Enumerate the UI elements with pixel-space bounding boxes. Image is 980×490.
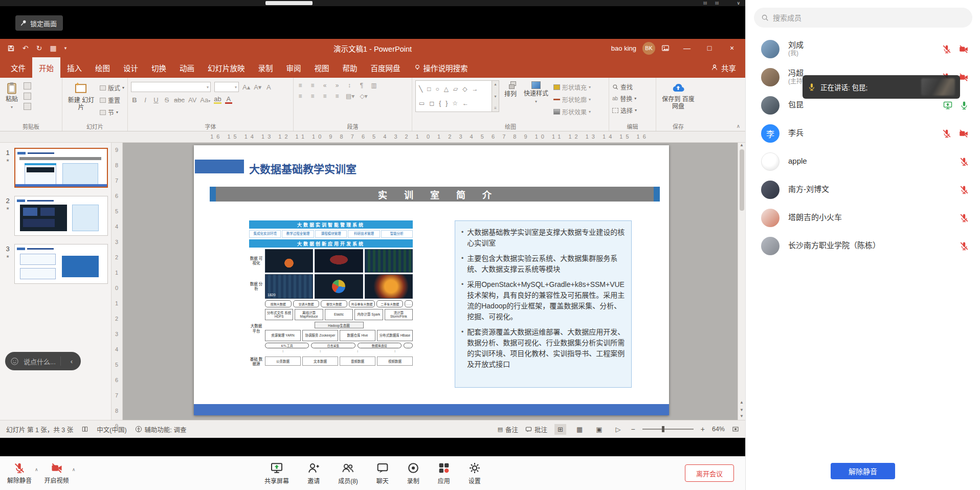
tab-file[interactable]: 文件: [4, 57, 32, 78]
replace-button[interactable]: ab 替换▾: [612, 94, 637, 103]
vertical-ruler[interactable]: 9 8 7 6 5 4 3 2 1 0 1 2 3 4 5 6 7 8 9: [112, 143, 123, 420]
shape-glyph-row[interactable]: ▭◻{}☆←: [419, 100, 488, 107]
reading-view-button[interactable]: ▣: [593, 424, 605, 435]
comments-button[interactable]: 批注: [525, 425, 547, 434]
font-name-combo[interactable]: ▾: [131, 82, 211, 92]
member-row[interactable]: 李 李兵: [746, 119, 980, 147]
account-avatar[interactable]: BK: [642, 42, 655, 55]
tab-animations[interactable]: 动画: [173, 57, 201, 78]
slide[interactable]: 大数据基础教学实训室 实 训 室 简 介 大数据实训智能管理系统 集成化实训环境…: [194, 145, 669, 415]
bold-button[interactable]: B: [131, 96, 138, 104]
slide-counter[interactable]: 幻灯片 第 1 张，共 3 张: [6, 425, 73, 434]
align-left-button[interactable]: ≡: [297, 93, 304, 100]
shape-outline-button[interactable]: 形状轮廓▾: [553, 95, 591, 104]
member-row[interactable]: 塔朗吉的小火车: [746, 204, 980, 232]
members-button[interactable]: 成员(8): [338, 462, 358, 485]
customize-qat-icon[interactable]: ▾: [64, 46, 67, 51]
underline-button[interactable]: U: [152, 96, 160, 104]
line-spacing-button[interactable]: ↕: [346, 82, 353, 89]
shapes-gallery[interactable]: ╲□○△▱◇→ ▭◻{}☆←: [415, 80, 492, 112]
smartart-button[interactable]: ◇▾: [360, 93, 367, 100]
quick-chat-bubble[interactable]: 说点什么... ‹: [5, 352, 81, 370]
vertical-scrollbar[interactable]: ▲ ▲ ▼ ▼: [738, 143, 745, 420]
format-painter-icon[interactable]: [24, 103, 31, 110]
paste-button[interactable]: 粘贴 ▾: [3, 80, 20, 123]
next-slide-button[interactable]: ▼: [740, 408, 744, 412]
normal-view-button[interactable]: ⊞: [554, 424, 566, 435]
mic-off-icon[interactable]: [960, 157, 969, 166]
justify-button[interactable]: ≡: [333, 93, 341, 100]
notes-button[interactable]: ▤备注: [498, 425, 518, 434]
redo-icon[interactable]: ↻: [36, 44, 42, 52]
slide-bullet-box[interactable]: 大数据基础教学实训室是支撑大数据专业建设的核心实训室 主要包含大数据实验云系统、…: [455, 220, 632, 388]
chat-hint-text[interactable]: 说点什么...: [24, 357, 56, 366]
mic-off-icon[interactable]: [942, 129, 951, 138]
slide-thumbnail-3[interactable]: 3★: [1, 244, 108, 284]
thumbnail-image[interactable]: [14, 244, 108, 284]
scrollbar-thumb[interactable]: [740, 149, 744, 211]
apps-button[interactable]: 应用: [438, 462, 450, 485]
start-slideshow-icon[interactable]: ▦: [50, 44, 56, 52]
language-status[interactable]: 中文(中国): [97, 425, 126, 434]
tell-me-search[interactable]: 操作说明搜索: [407, 57, 475, 78]
topbar-icon[interactable]: ▤: [703, 0, 707, 6]
maximize-button[interactable]: □: [698, 39, 721, 57]
zoom-slider[interactable]: [642, 429, 694, 430]
tab-transitions[interactable]: 切换: [145, 57, 173, 78]
layout-button[interactable]: 版式▾: [100, 83, 124, 92]
ribbon-display-options-icon[interactable]: [661, 44, 670, 52]
tab-insert[interactable]: 插入: [60, 57, 88, 78]
panel-unmute-button[interactable]: 解除静音: [831, 463, 895, 479]
highlight-color-button[interactable]: ab: [214, 96, 221, 104]
tab-slideshow[interactable]: 幻灯片放映: [201, 57, 252, 78]
decrease-indent-button[interactable]: «: [321, 82, 328, 89]
architecture-diagram[interactable]: 大数据实训智能管理系统 集成化实训环境 教学过程全管理 课程模块管理 科研技术管…: [249, 220, 413, 383]
accessibility-status[interactable]: 辅助功能: 调查: [135, 425, 187, 434]
camera-off-icon[interactable]: [959, 73, 969, 82]
zoom-out-button[interactable]: −: [631, 425, 635, 433]
spellcheck-icon[interactable]: [81, 426, 88, 433]
numbering-button[interactable]: ≡: [309, 82, 316, 89]
mic-off-icon[interactable]: [960, 213, 969, 222]
settings-button[interactable]: 设置: [469, 462, 481, 485]
mic-on-icon[interactable]: [960, 101, 969, 110]
member-search-box[interactable]: [754, 8, 972, 28]
font-color-button[interactable]: A: [225, 96, 232, 104]
undo-icon[interactable]: ↶: [23, 44, 29, 52]
mic-off-icon[interactable]: [942, 44, 951, 54]
screen-sharing-icon[interactable]: [943, 101, 952, 110]
slide-thumbnail-1[interactable]: 1★: [1, 148, 108, 188]
slideshow-view-button[interactable]: ▷: [613, 424, 624, 435]
select-button[interactable]: 选择▾: [612, 106, 637, 115]
section-button[interactable]: 节▾: [100, 108, 124, 117]
close-button[interactable]: ×: [721, 39, 743, 57]
tab-help[interactable]: 帮助: [336, 57, 364, 78]
thumbnail-image[interactable]: [14, 148, 108, 188]
shrink-font-button[interactable]: A▾: [254, 83, 261, 91]
chat-button[interactable]: 聊天: [376, 462, 389, 485]
strikethrough-button[interactable]: abc: [174, 96, 185, 104]
member-row[interactable]: 南方-刘博文: [746, 175, 980, 204]
align-right-button[interactable]: ≡: [321, 93, 328, 100]
scroll-down-icon[interactable]: ▼: [740, 414, 744, 418]
zoom-in-button[interactable]: +: [701, 425, 705, 433]
copy-icon[interactable]: [24, 93, 31, 100]
mic-off-icon[interactable]: [960, 241, 969, 251]
slide-thumbnail-2[interactable]: 2★: [1, 196, 108, 236]
mic-options-chevron-icon[interactable]: ∧: [35, 467, 38, 472]
share-screen-button[interactable]: 共享屏幕: [264, 462, 289, 485]
tab-baidu-pan[interactable]: 百度网盘: [364, 57, 407, 78]
shape-effects-button[interactable]: 形状效果▾: [553, 107, 591, 116]
clear-format-button[interactable]: A: [265, 83, 272, 91]
font-size-combo[interactable]: ▾: [214, 82, 239, 92]
shadow-button[interactable]: S: [163, 96, 170, 104]
increase-indent-button[interactable]: »: [333, 82, 341, 89]
char-spacing-button[interactable]: AV: [188, 96, 196, 104]
member-row[interactable]: 刘成(我): [746, 35, 980, 63]
align-center-button[interactable]: ≡: [309, 93, 316, 100]
share-button[interactable]: 共享: [702, 57, 745, 78]
leave-meeting-button[interactable]: 离开会议: [685, 464, 734, 482]
topbar-expand-chevron-icon[interactable]: ∨: [737, 0, 740, 6]
slide-title[interactable]: 大数据基础教学实训室: [249, 161, 357, 176]
start-video-button[interactable]: 开启视频: [44, 462, 69, 484]
